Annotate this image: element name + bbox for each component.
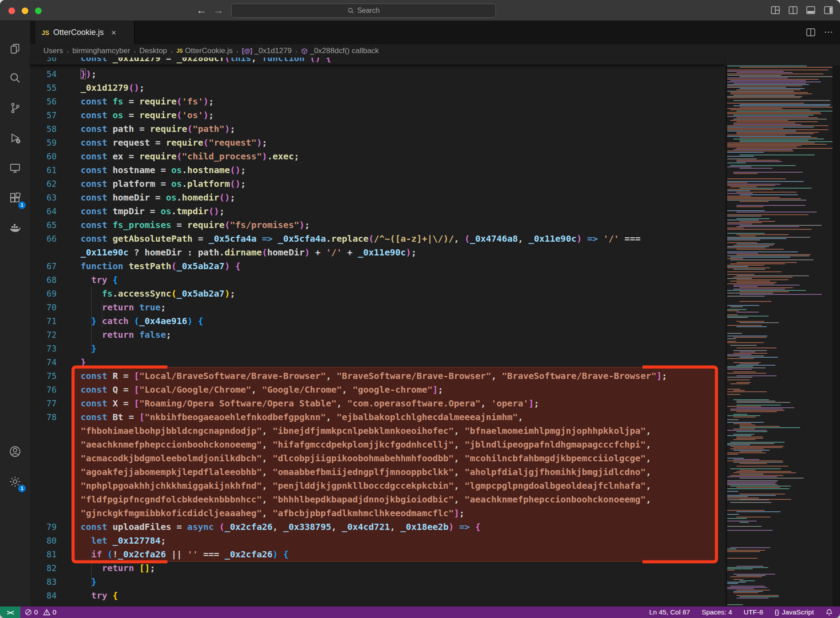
close-window-button[interactable] bbox=[8, 8, 15, 14]
extensions-icon[interactable]: 1 bbox=[0, 186, 30, 211]
minimap-line bbox=[727, 379, 750, 380]
code-lines: 54});55_0x1d1279();56const fs = require(… bbox=[30, 66, 756, 603]
minimap-line bbox=[733, 592, 759, 593]
scrollbar-track[interactable] bbox=[832, 66, 840, 606]
code-line: 70 return true; bbox=[30, 301, 756, 314]
minimap-line bbox=[727, 452, 766, 453]
back-arrow-icon[interactable]: ← bbox=[195, 4, 208, 17]
layout-grid-icon[interactable] bbox=[770, 5, 781, 15]
minimap-line bbox=[727, 253, 758, 254]
tab-ottercookie[interactable]: JS OtterCookie.js × bbox=[35, 21, 135, 44]
code-line: 83 } bbox=[30, 575, 756, 589]
panel-bottom-icon[interactable] bbox=[805, 5, 816, 15]
minimap-line bbox=[736, 438, 763, 439]
minimap-line bbox=[727, 271, 782, 272]
indentation-setting[interactable]: Spaces: 4 bbox=[701, 608, 732, 616]
cursor-position[interactable]: Ln 45, Col 87 bbox=[649, 608, 690, 616]
explorer-icon[interactable] bbox=[0, 36, 30, 61]
minimap-line bbox=[739, 351, 755, 352]
remote-explorer-icon[interactable] bbox=[0, 156, 30, 181]
account-icon[interactable] bbox=[0, 439, 30, 464]
minimap-line bbox=[736, 279, 789, 280]
run-debug-icon[interactable] bbox=[0, 126, 30, 151]
minimap-line bbox=[727, 568, 753, 569]
minimap-line bbox=[727, 200, 806, 201]
minimap-line bbox=[727, 583, 738, 584]
source-control-icon[interactable] bbox=[0, 96, 30, 120]
minimap-content[interactable] bbox=[727, 66, 832, 606]
minimap-line bbox=[727, 415, 760, 416]
problems-status[interactable]: 0 0 bbox=[25, 608, 56, 616]
more-actions-icon[interactable]: ⋯ bbox=[824, 27, 833, 38]
minimap-line bbox=[727, 190, 750, 191]
minimap-line bbox=[736, 411, 777, 412]
symbol-method-cube-icon bbox=[301, 48, 308, 54]
minimap-line bbox=[736, 262, 797, 263]
minimap-line bbox=[727, 587, 767, 588]
minimap-line bbox=[739, 470, 755, 471]
minimap-line bbox=[736, 348, 777, 348]
minimap-line bbox=[739, 451, 762, 452]
code-line: 60const ex = require("child_process").ex… bbox=[30, 150, 756, 163]
language-mode[interactable]: {} JavaScript bbox=[774, 608, 814, 616]
errors-count: 0 bbox=[34, 608, 38, 616]
code-line: 81 if (!_0x2cfa26 || '' === _0x2cfa26) { bbox=[30, 548, 756, 561]
minimap-line bbox=[727, 91, 794, 92]
minimap-line bbox=[727, 128, 783, 129]
code-editor[interactable]: 54});55_0x1d1279();56const fs = require(… bbox=[30, 66, 840, 606]
minimap-line bbox=[727, 558, 758, 559]
minimap-line bbox=[739, 294, 822, 295]
minimap-line bbox=[727, 406, 761, 407]
minimap-line bbox=[727, 251, 798, 252]
minimap-line bbox=[739, 154, 815, 155]
breadcrumb-item-file[interactable]: JS OtterCookie.js bbox=[176, 46, 232, 55]
remote-indicator[interactable]: >< bbox=[0, 606, 20, 618]
search-sidebar-icon[interactable] bbox=[0, 66, 30, 90]
minimap-line bbox=[739, 221, 775, 222]
minimap-line bbox=[736, 401, 775, 402]
minimap-line bbox=[736, 566, 763, 567]
breadcrumb: Users › birminghamcyber › Desktop › JS O… bbox=[30, 44, 840, 58]
settings-gear-icon[interactable]: 1 bbox=[0, 469, 30, 494]
tab-close-icon[interactable]: × bbox=[111, 28, 116, 38]
code-line: 54}); bbox=[30, 67, 756, 81]
minimap-line bbox=[727, 567, 768, 568]
code-line: 72 return false; bbox=[30, 328, 756, 342]
minimap-line bbox=[727, 521, 757, 521]
sticky-scroll-line[interactable]: 36const _0x1d1279 = _0x288dcf(this, func… bbox=[30, 58, 724, 66]
notifications-bell-icon[interactable] bbox=[825, 609, 833, 616]
minimap-line bbox=[736, 365, 775, 366]
minimap-line bbox=[730, 345, 757, 346]
maximize-window-button[interactable] bbox=[35, 8, 42, 14]
breadcrumb-item[interactable]: birminghamcyber bbox=[72, 46, 130, 55]
breadcrumb-item[interactable]: Users bbox=[43, 46, 63, 55]
code-line: 78const Bt = ["nkbihfbeogaeaoehlefnkodbe… bbox=[30, 410, 756, 424]
minimap-line bbox=[739, 194, 798, 195]
minimap-line bbox=[739, 357, 778, 358]
forward-arrow-icon[interactable]: → bbox=[212, 4, 225, 17]
sidebar-right-icon[interactable] bbox=[823, 5, 834, 15]
breadcrumb-item-callback[interactable]: _0x288dcf() callback bbox=[301, 46, 379, 55]
search-input[interactable]: Search bbox=[231, 4, 496, 18]
minimap-line bbox=[736, 595, 779, 596]
code-line: _0x11e90c ? homeDir : path.dirname(homeD… bbox=[30, 246, 756, 259]
breadcrumb-item[interactable]: Desktop bbox=[139, 46, 167, 55]
split-editor-icon[interactable] bbox=[805, 27, 816, 38]
minimap-line bbox=[739, 141, 832, 142]
minimap-line bbox=[733, 115, 813, 116]
minimap-line bbox=[727, 66, 807, 66]
minimize-window-button[interactable] bbox=[22, 8, 28, 14]
split-columns-icon[interactable] bbox=[788, 5, 798, 15]
minimap-line bbox=[727, 233, 765, 234]
docker-icon[interactable] bbox=[0, 216, 30, 241]
minimap-line bbox=[733, 362, 761, 363]
minimap-line bbox=[733, 277, 793, 278]
minimap-line bbox=[733, 119, 827, 120]
encoding-setting[interactable]: UTF-8 bbox=[743, 608, 763, 616]
minimap-line bbox=[727, 491, 738, 492]
code-line: 84 try { bbox=[30, 589, 756, 603]
minimap-line bbox=[727, 267, 770, 268]
minimap-line bbox=[727, 77, 788, 78]
breadcrumb-item-symbol[interactable]: [@] _0x1d1279 bbox=[242, 46, 292, 55]
minimap-line bbox=[727, 158, 757, 159]
